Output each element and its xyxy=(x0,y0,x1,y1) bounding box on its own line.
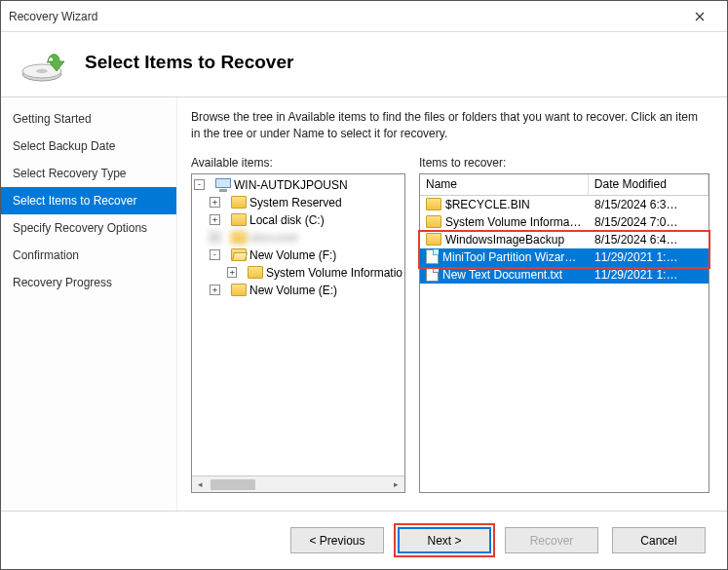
sidebar-item-select-recovery-type[interactable]: Select Recovery Type xyxy=(1,160,176,187)
column-header-name[interactable]: Name xyxy=(420,174,589,195)
cell-name: WindowsImageBackup xyxy=(445,233,564,247)
sidebar-item-specify-recovery-options[interactable]: Specify Recovery Options xyxy=(1,214,176,242)
expand-icon[interactable]: + xyxy=(210,197,220,208)
table-row[interactable]: System Volume Informa… 8/15/2024 7:0… xyxy=(420,213,709,231)
sidebar-item-select-items-to-recover[interactable]: Select Items to Recover xyxy=(1,187,176,214)
wizard-footer: < Previous Next > Recover Cancel xyxy=(1,511,727,569)
table-row[interactable]: New Text Document.txt 11/29/2021 1:… xyxy=(420,266,709,284)
cell-date: 8/15/2024 6:3… xyxy=(589,196,709,213)
titlebar: Recovery Wizard xyxy=(1,1,727,32)
folder-icon xyxy=(231,284,247,296)
tree-node-label: New Volume (F:) xyxy=(249,248,336,262)
tree-root-label: WIN-AUTDKJPOUSN xyxy=(234,178,348,192)
cell-name: $RECYCLE.BIN xyxy=(445,198,530,211)
page-title: Select Items to Recover xyxy=(85,52,293,73)
wizard-body: Getting Started Select Backup Date Selec… xyxy=(1,97,727,511)
scroll-right-icon[interactable]: ▸ xyxy=(388,476,404,492)
scroll-thumb[interactable] xyxy=(211,479,255,490)
tree-node-label: Local disk (C:) xyxy=(249,213,325,227)
recovery-icon xyxy=(19,42,67,83)
tree-root[interactable]: - WIN-AUTDKJPOUSN xyxy=(192,176,404,194)
file-icon xyxy=(426,249,439,264)
tree-node[interactable]: + Local disk (C:) xyxy=(192,211,404,229)
folder-icon xyxy=(231,213,247,226)
tree-node[interactable]: - New Volume (F:) xyxy=(192,247,404,264)
cell-date: 11/29/2021 1:… xyxy=(589,248,709,266)
scroll-left-icon[interactable]: ◂ xyxy=(192,476,209,492)
tree-node-label: New Volume (E:) xyxy=(249,284,337,297)
expand-icon[interactable]: + xyxy=(210,214,220,225)
cell-date: 11/29/2021 1:… xyxy=(589,266,709,284)
table-row[interactable]: WindowsImageBackup 8/15/2024 6:4… xyxy=(420,231,709,248)
intro-text: Browse the tree in Available items to fi… xyxy=(191,109,709,142)
window-title: Recovery Wizard xyxy=(9,10,97,23)
next-button[interactable]: Next > xyxy=(398,527,491,553)
wizard-main: Browse the tree in Available items to fi… xyxy=(177,97,727,511)
previous-button[interactable]: < Previous xyxy=(290,527,384,553)
folder-icon xyxy=(231,231,247,244)
cell-name: MiniTool Partition Wizar… xyxy=(442,250,576,264)
folder-open-icon xyxy=(231,248,247,261)
collapse-icon[interactable]: - xyxy=(210,249,220,260)
sidebar-item-confirmation[interactable]: Confirmation xyxy=(1,242,176,269)
expand-icon[interactable]: + xyxy=(210,285,220,295)
table-row[interactable]: MiniTool Partition Wizar… 11/29/2021 1:… xyxy=(420,248,709,266)
available-items-pane: Available items: - WIN-AUTDKJPOUSN + xyxy=(191,156,405,493)
text-file-icon xyxy=(426,267,439,282)
items-to-recover-list[interactable]: Name Date Modified $RECYCLE.BIN 8/15/202… xyxy=(419,173,709,493)
recover-button: Recover xyxy=(505,527,598,553)
cell-name: New Text Document.txt xyxy=(442,268,562,282)
available-items-label: Available items: xyxy=(191,156,405,170)
collapse-icon[interactable]: - xyxy=(194,179,205,190)
close-button[interactable] xyxy=(680,2,719,31)
cancel-button[interactable]: Cancel xyxy=(612,527,706,553)
tree-node-label: obscured xyxy=(249,231,297,245)
expand-icon[interactable]: + xyxy=(227,267,237,278)
horizontal-scrollbar[interactable]: ◂ ▸ xyxy=(192,475,404,492)
items-to-recover-pane: Items to recover: Name Date Modified $RE… xyxy=(419,156,709,493)
sidebar-item-recovery-progress[interactable]: Recovery Progress xyxy=(1,269,176,296)
tree-node[interactable]: + obscured xyxy=(192,229,404,247)
column-header-date[interactable]: Date Modified xyxy=(589,174,709,195)
tree-node[interactable]: + New Volume (E:) xyxy=(192,282,404,299)
items-to-recover-label: Items to recover: xyxy=(419,156,709,170)
computer-icon xyxy=(215,178,231,192)
tree-node[interactable]: + System Volume Informatio xyxy=(192,264,404,282)
close-icon xyxy=(695,12,705,21)
wizard-header: Select Items to Recover xyxy=(1,32,727,97)
folder-icon xyxy=(426,215,441,228)
table-header: Name Date Modified xyxy=(420,174,709,196)
tree-node[interactable]: + System Reserved xyxy=(192,194,404,211)
table-row[interactable]: $RECYCLE.BIN 8/15/2024 6:3… xyxy=(420,196,709,213)
tree-node-label: System Reserved xyxy=(249,196,342,209)
expand-icon[interactable]: + xyxy=(210,232,220,243)
available-items-tree[interactable]: - WIN-AUTDKJPOUSN + System Reserved xyxy=(191,173,405,493)
folder-icon xyxy=(426,233,441,246)
cell-name: System Volume Informa… xyxy=(445,215,581,229)
svg-point-2 xyxy=(36,69,48,73)
panes-container: Available items: - WIN-AUTDKJPOUSN + xyxy=(191,156,709,493)
folder-icon xyxy=(248,266,263,279)
folder-icon xyxy=(231,196,247,209)
wizard-steps-sidebar: Getting Started Select Backup Date Selec… xyxy=(1,97,177,511)
sidebar-item-select-backup-date[interactable]: Select Backup Date xyxy=(1,133,176,160)
sidebar-item-getting-started[interactable]: Getting Started xyxy=(1,105,176,133)
cell-date: 8/15/2024 6:4… xyxy=(589,231,709,248)
folder-icon xyxy=(426,198,441,210)
tree-node-label: System Volume Informatio xyxy=(266,266,402,280)
recovery-wizard-window: Recovery Wizard Select Items to Recover … xyxy=(0,0,728,570)
cell-date: 8/15/2024 7:0… xyxy=(589,213,709,231)
